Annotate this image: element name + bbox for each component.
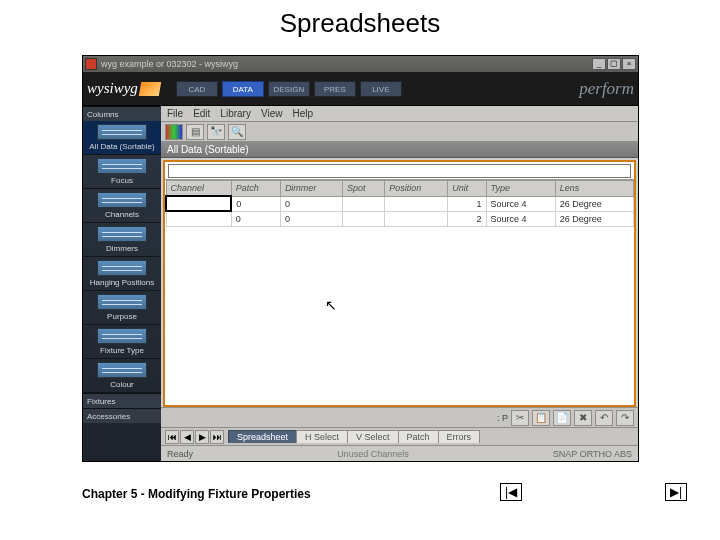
- sidebar-thumb-icon: [97, 362, 147, 378]
- menu-library[interactable]: Library: [220, 108, 251, 119]
- app-window: wyg example or 032302 - wysiwyg _ ▢ × wy…: [82, 55, 639, 462]
- sidebar-item-hanging-positions[interactable]: Hanging Positions: [83, 257, 161, 291]
- col-spot[interactable]: Spot: [343, 181, 385, 197]
- main-area: File Edit Library View Help ▤ 🔭 🔍 All Da…: [161, 106, 638, 461]
- app-header: wysiwyg CAD DATA DESIGN PRES LIVE perfor…: [83, 72, 638, 106]
- spreadsheet-canvas[interactable]: ↖: [165, 227, 634, 406]
- menubar: File Edit Library View Help: [161, 106, 638, 122]
- tool-binoculars-icon[interactable]: 🔭: [207, 124, 225, 140]
- col-position[interactable]: Position: [385, 181, 448, 197]
- mode-tabs: CAD DATA DESIGN PRES LIVE: [176, 81, 402, 97]
- tool-find-icon[interactable]: 🔍: [228, 124, 246, 140]
- sheet-tab-v-select[interactable]: V Select: [347, 430, 399, 443]
- redo-icon[interactable]: ↷: [616, 410, 634, 426]
- col-channel[interactable]: Channel: [166, 181, 231, 197]
- window-close-button[interactable]: ×: [622, 58, 636, 70]
- sheet-tab-spreadsheet[interactable]: Spreadsheet: [228, 430, 297, 443]
- slide-next-button[interactable]: ▶|: [665, 483, 687, 501]
- formula-input[interactable]: [168, 164, 631, 178]
- cell-spot[interactable]: [343, 211, 385, 226]
- sidebar-item-purpose[interactable]: Purpose: [83, 291, 161, 325]
- sidebar-item-label: Purpose: [107, 312, 137, 321]
- sidebar-item-label: Colour: [110, 380, 134, 389]
- sheet-tab-patch[interactable]: Patch: [398, 430, 439, 443]
- col-dimmer[interactable]: Dimmer: [280, 181, 342, 197]
- logo-swoosh-icon: [139, 82, 161, 96]
- col-lens[interactable]: Lens: [555, 181, 633, 197]
- status-mid: Unused Channels: [223, 449, 523, 459]
- cell-dimmer[interactable]: 0: [280, 211, 342, 226]
- copy-icon[interactable]: 📋: [532, 410, 550, 426]
- sidebar-item-channels[interactable]: Channels: [83, 189, 161, 223]
- cut-icon[interactable]: ✂: [511, 410, 529, 426]
- window-minimize-button[interactable]: _: [592, 58, 606, 70]
- col-unit[interactable]: Unit: [448, 181, 486, 197]
- cell-position[interactable]: [385, 196, 448, 211]
- slide-prev-button[interactable]: |◀: [500, 483, 522, 501]
- cell-channel[interactable]: [166, 196, 231, 211]
- bottom-toolbar: : P ✂ 📋 📄 ✖ ↶ ↷: [161, 407, 638, 427]
- mode-tab-pres[interactable]: PRES: [314, 81, 356, 97]
- menu-file[interactable]: File: [167, 108, 183, 119]
- cell-dimmer[interactable]: 0: [280, 196, 342, 211]
- pane-title: All Data (Sortable): [167, 144, 249, 155]
- tab-nav-next-icon[interactable]: ▶: [195, 430, 209, 444]
- cell-type[interactable]: Source 4: [486, 211, 555, 226]
- tab-nav-first-icon[interactable]: ⏮: [165, 430, 179, 444]
- tab-nav-last-icon[interactable]: ⏭: [210, 430, 224, 444]
- cell-spot[interactable]: [343, 196, 385, 211]
- mode-tab-cad[interactable]: CAD: [176, 81, 218, 97]
- cell-unit[interactable]: 2: [448, 211, 486, 226]
- tool-rgb-icon[interactable]: [165, 124, 183, 140]
- slide-title: Spreadsheets: [0, 0, 720, 43]
- tool-sheet-icon[interactable]: ▤: [186, 124, 204, 140]
- cell-patch[interactable]: 0: [231, 196, 280, 211]
- paste-icon[interactable]: 📄: [553, 410, 571, 426]
- col-patch[interactable]: Patch: [231, 181, 280, 197]
- sidebar-item-focus[interactable]: Focus: [83, 155, 161, 189]
- mode-tab-live[interactable]: LIVE: [360, 81, 402, 97]
- sidebar-thumb-icon: [97, 226, 147, 242]
- sheet-tab-h-select[interactable]: H Select: [296, 430, 348, 443]
- sidebar-group-fixtures: Fixtures: [83, 393, 161, 408]
- window-maximize-button[interactable]: ▢: [607, 58, 621, 70]
- sidebar-item-label: Fixture Type: [100, 346, 144, 355]
- sidebar-item-dimmers[interactable]: Dimmers: [83, 223, 161, 257]
- menu-help[interactable]: Help: [292, 108, 313, 119]
- sidebar-group-columns: Columns: [83, 106, 161, 121]
- spreadsheet-pane: Channel Patch Dimmer Spot Position Unit …: [163, 160, 636, 407]
- mode-tab-data[interactable]: DATA: [222, 81, 264, 97]
- sheet-tabs-bar: ⏮ ◀ ▶ ⏭ Spreadsheet H Select V Select Pa…: [161, 427, 638, 445]
- sidebar-item-colour[interactable]: Colour: [83, 359, 161, 393]
- status-left: Ready: [167, 449, 193, 459]
- sidebar-thumb-icon: [97, 260, 147, 276]
- logo-text: wysiwyg: [87, 80, 138, 97]
- menu-view[interactable]: View: [261, 108, 283, 119]
- sidebar-thumb-icon: [97, 328, 147, 344]
- tab-nav-prev-icon[interactable]: ◀: [180, 430, 194, 444]
- sidebar-footer-accessories[interactable]: Accessories: [83, 408, 161, 423]
- table-row[interactable]: 0 0 1 Source 4 26 Degree: [166, 196, 634, 211]
- sidebar-item-all-data[interactable]: All Data (Sortable): [83, 121, 161, 155]
- col-type[interactable]: Type: [486, 181, 555, 197]
- sidebar-thumb-icon: [97, 294, 147, 310]
- cell-position[interactable]: [385, 211, 448, 226]
- undo-icon[interactable]: ↶: [595, 410, 613, 426]
- mode-tab-design[interactable]: DESIGN: [268, 81, 310, 97]
- sidebar-item-label: Channels: [105, 210, 139, 219]
- sidebar-item-label: All Data (Sortable): [89, 142, 154, 151]
- cell-channel[interactable]: [166, 211, 231, 226]
- cell-lens[interactable]: 26 Degree: [555, 211, 633, 226]
- delete-icon[interactable]: ✖: [574, 410, 592, 426]
- cell-unit[interactable]: 1: [448, 196, 486, 211]
- p-label: : P: [497, 413, 508, 423]
- sidebar-thumb-icon: [97, 192, 147, 208]
- cell-type[interactable]: Source 4: [486, 196, 555, 211]
- cell-patch[interactable]: 0: [231, 211, 280, 226]
- sheet-tab-errors[interactable]: Errors: [438, 430, 481, 443]
- table-row[interactable]: 0 0 2 Source 4 26 Degree: [166, 211, 634, 226]
- cell-lens[interactable]: 26 Degree: [555, 196, 633, 211]
- sidebar-item-fixture-type[interactable]: Fixture Type: [83, 325, 161, 359]
- menu-edit[interactable]: Edit: [193, 108, 210, 119]
- formula-bar: [165, 162, 634, 180]
